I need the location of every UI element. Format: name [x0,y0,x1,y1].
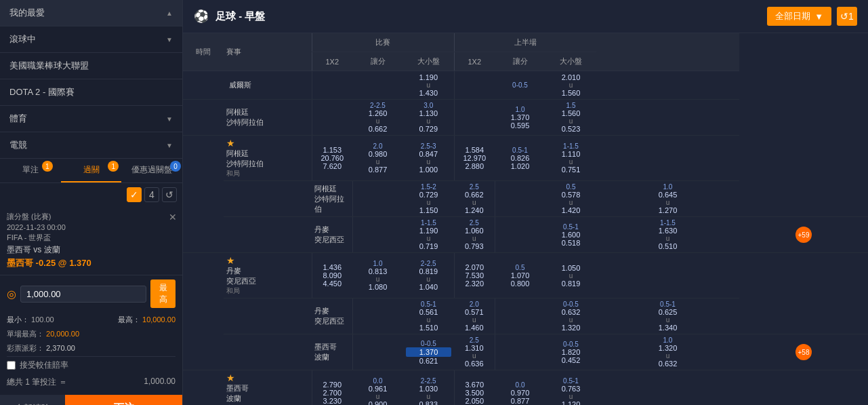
bet-max-val: 10,000.00 [142,315,175,324]
chevron-down-icon: ▼ [166,142,173,149]
accept-odds-label: 接受較佳賠率 [20,360,68,371]
col-header-more [596,33,739,71]
betslip-tab-promo[interactable]: 優惠過關盤 0 [121,159,182,182]
clear-all-button[interactable]: 全部清除 [0,395,65,405]
main-content: ⚽ 足球 - 早盤 全部日期 ▼ ↺ 1 時間 賽事 [183,0,868,405]
sidebar-item-favorites[interactable]: 我的最愛 ▲ [0,0,182,26]
sidebar-item-label: 美國職業棒球大聯盟 [9,60,89,72]
bet-max-label: 最高： 10,000.00 [118,315,175,325]
table-row: ★丹麥突尼西亞和局1.4368.0904.4501.00.813u1.0802-… [183,253,868,298]
betslip: 單注 1 過關 1 優惠過關盤 0 ✓ 4 ↺ ✕ 讓分盤 (比賽) [0,159,182,405]
betslip-tabs: 單注 1 過關 1 優惠過關盤 0 [0,159,182,183]
more-button[interactable]: +58 [795,344,812,360]
soccer-icon: ⚽ [194,9,209,24]
more-button[interactable]: +59 [795,227,812,243]
col-header-match-group: 比賽 [312,33,454,52]
table-row: 威爾斯1.190u1.4300-0.52.010u1.560 [183,71,868,100]
sidebar-item-sports[interactable]: 體育 ▼ [0,106,182,132]
place-bet-button[interactable]: 下注 [65,395,182,405]
col-header-handicap: 讓分 [352,52,403,71]
col-header-ou: 大小盤 [403,52,454,71]
bet-summary: 總共 1 筆投注 ＝ 1,000.00 [0,374,182,392]
chevron-down-icon: ▼ [166,115,173,123]
refresh-icon: ↺ [840,11,848,22]
bet-single-max: 單場最高： 20,000.00 [0,328,182,342]
col-header-1x2: 1X2 [312,52,352,71]
accept-odds-row: 接受較佳賠率 [0,357,182,374]
col-header-half-group: 上半場 [454,33,596,52]
table-row: 丹麥突尼西亞0.5-10.561u1.5102.00.571u1.4600-0.… [183,298,868,334]
main-header-right: 全部日期 ▼ ↺ 1 [767,7,857,26]
sidebar-item-label: 我的最愛 [9,7,45,19]
betslip-icon-btn-refresh[interactable]: ↺ [162,187,177,202]
betslip-tab-single[interactable]: 單注 1 [0,159,61,182]
close-icon[interactable]: ✕ [169,212,177,223]
table-row: 阿根廷沙特阿拉伯2-2.51.260u0.6623.01.130u0.7291.… [183,100,868,136]
main-header: ⚽ 足球 - 早盤 全部日期 ▼ ↺ 1 [183,0,868,33]
bet-min-val: 100.00 [31,315,54,324]
promo-badge: 0 [170,161,181,172]
betslip-actions: ✓ 4 ↺ [0,183,182,206]
betslip-tab-parlay[interactable]: 過關 1 [61,159,122,182]
bet-selection: 墨西哥 -0.25 @ 1.370 [7,257,175,269]
odds-table: 時間 賽事 比賽 上半場 1X2 讓分 大小盤 1X2 讓分 大小盤 [183,33,868,405]
odds-table-container: 時間 賽事 比賽 上半場 1X2 讓分 大小盤 1X2 讓分 大小盤 [183,33,868,405]
col-header-h-ou: 大小盤 [545,52,596,71]
table-row: 墨西哥波蘭0-0.51.3700.6212.51.310u0.6360-0.51… [183,334,868,370]
col-header-time: 時間 [183,33,224,71]
refresh-button[interactable]: ↺ 1 [837,7,857,26]
match-name-cell: 威爾斯 [224,71,312,100]
chevron-up-icon: ▲ [166,9,173,17]
sidebar: 我的最愛 ▲ 滾球中 ▼ 美國職業棒球大聯盟 DOTA 2 - 國際賽 體育 ▼… [0,0,183,405]
bet-min-label: 最小： 100.00 [7,315,54,325]
sidebar-item-esports[interactable]: 電競 ▼ [0,132,182,159]
table-row: 丹麥突尼西亞1-1.51.190u0.7192.51.060u0.7930.5-… [183,217,868,253]
sidebar-item-label: 滾球中 [9,33,36,45]
chevron-down-icon: ▼ [166,36,173,43]
betslip-icon-btn-4[interactable]: 4 [144,187,159,202]
date-filter-button[interactable]: 全部日期 ▼ [767,7,831,26]
betslip-icon-btn-check[interactable]: ✓ [127,187,142,202]
table-row: ★墨西哥波蘭和局2.7902.7003.2300.00.961u0.9002-2… [183,370,868,406]
col-header-h-1x2: 1X2 [454,52,495,71]
bet-item: ✕ 讓分盤 (比賽) 2022-11-23 00:00 FIFA - 世界盃 墨… [0,206,182,275]
chevron-down-icon: ▼ [814,12,823,22]
page-title: 足球 - 早盤 [215,10,265,23]
bet-league: FIFA - 世界盃 [7,233,175,243]
bet-limits: 最小： 100.00 最高： 10,000.00 [0,312,182,328]
sidebar-item-mlb[interactable]: 美國職業棒球大聯盟 [0,53,182,79]
bet-type: 讓分盤 (比賽) [7,212,175,222]
bet-teams: 墨西哥 vs 波蘭 [7,244,175,256]
sidebar-item-label: DOTA 2 - 國際賽 [9,86,75,98]
sidebar-item-rolling[interactable]: 滾球中 ▼ [0,26,182,53]
coin-icon: ◎ [7,288,16,301]
single-badge: 1 [42,161,53,172]
bet-amount-row: ◎ 最高 [0,275,182,312]
bet-max-button[interactable]: 最高 [150,279,175,308]
main-header-left: ⚽ 足球 - 早盤 [194,9,265,24]
table-row: 阿根廷沙特阿拉伯1.5-20.729u1.1502.50.662u1.2400.… [183,181,868,217]
refresh-count: 1 [848,11,854,22]
bet-bottom-actions: 全部清除 下注 [0,395,182,405]
col-header-h-handicap: 讓分 [495,52,545,71]
col-header-match: 賽事 [224,33,312,71]
sidebar-item-label: 體育 [9,113,27,125]
bet-payout: 彩票派彩： 2,370.00 [0,342,182,356]
sidebar-item-label: 電競 [9,139,27,151]
bet-date: 2022-11-23 00:00 [7,223,175,231]
bet-summary-val: 1,000.00 [144,377,175,388]
accept-odds-checkbox[interactable] [7,361,16,370]
bet-summary-label: 總共 1 筆投注 ＝ [7,377,67,388]
table-row: ★阿根廷沙特阿拉伯和局1.15320.7607.6202.00.980u0.87… [183,136,868,181]
sidebar-item-dota2[interactable]: DOTA 2 - 國際賽 [0,79,182,106]
bet-amount-input[interactable] [20,286,146,303]
parlay-badge: 1 [108,161,119,172]
